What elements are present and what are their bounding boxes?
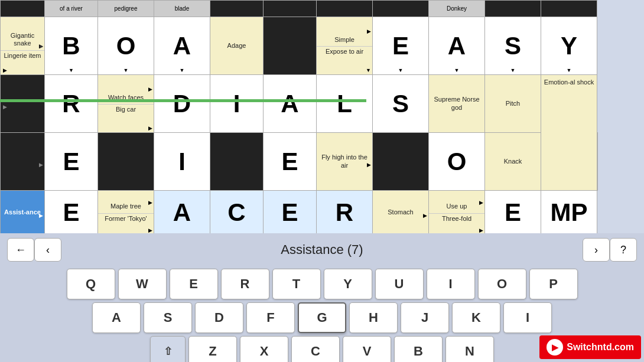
cell-r1c3[interactable]: A ▼ (154, 17, 210, 75)
key-shift[interactable]: ⇧ (150, 336, 186, 362)
clue-stomach: Stomach ▶ (373, 191, 429, 234)
letter-I-r2c4: I (210, 92, 263, 116)
key-O[interactable]: O (478, 269, 526, 299)
letter-E-r4: E (45, 200, 97, 225)
clue-assistance-text: Assist-ance (1, 207, 44, 217)
clue-watch-big-car: Watch faces Big car ▶ ▶ (98, 75, 154, 133)
crossword-area: of a river pedigree blade Donkey Giganti… (0, 0, 644, 233)
letter-C-r4: C (210, 200, 263, 225)
letter-A-r2c5: A (264, 92, 316, 116)
key-P[interactable]: P (529, 269, 578, 299)
cell-r2c4[interactable]: I (210, 75, 264, 133)
cell-r0c10 (541, 1, 597, 17)
clue-maple-former: Maple tree Former 'Tokyo' ▶ ▶ (98, 191, 154, 234)
key-E[interactable]: E (170, 269, 218, 299)
clue-fly-high-text: Fly high into the air (317, 152, 372, 170)
cell-r0c6 (317, 1, 373, 17)
clue-emotional-shock: Emotion-al shock (541, 75, 597, 191)
cell-r0c5 (264, 1, 317, 17)
cell-r3c1[interactable]: E (45, 133, 98, 191)
cell-r3c5[interactable]: E (264, 133, 317, 191)
clue-assistance[interactable]: Assist-ance ▶ (1, 191, 45, 234)
clue-norse-text: Supreme Norse god (429, 94, 484, 112)
letter-O-r3: O (429, 149, 484, 174)
prev-button[interactable]: ‹ (34, 238, 61, 262)
key-Y[interactable]: Y (324, 269, 372, 299)
key-Q[interactable]: Q (67, 269, 115, 299)
letter-S-r1: S (485, 34, 541, 58)
cell-r1c2[interactable]: O ▼ (98, 17, 154, 75)
cell-r2c7[interactable]: S (373, 75, 429, 133)
cell-r1c1[interactable]: B ▼ (45, 17, 98, 75)
cell-r1c10[interactable]: Y ▼ (541, 17, 597, 75)
clue-emotional-shock-text: Emotion-al shock (541, 77, 597, 87)
clue-gigantic-snake-text: Gigantic snake (1, 31, 44, 48)
cell-r0c0 (1, 1, 45, 17)
key-T[interactable]: T (272, 269, 321, 299)
key-X[interactable]: X (240, 336, 288, 362)
cell-r4c4[interactable]: C (210, 191, 264, 234)
key-B[interactable]: B (394, 336, 443, 362)
key-U[interactable]: U (375, 269, 424, 299)
back-button[interactable]: ← (7, 238, 34, 262)
cell-r3c8[interactable]: O (429, 133, 485, 191)
letter-A-r1c8: A (429, 34, 484, 58)
cell-r3c2 (98, 133, 154, 191)
letter-D-r2: D (154, 92, 210, 116)
clue-use-up-three-fold: Use up Three-fold ▶ ▶ (429, 191, 485, 234)
letter-A-r1: A (154, 34, 210, 58)
key-I[interactable]: I (427, 269, 475, 299)
key-V[interactable]: V (343, 336, 391, 362)
keyboard-row-1: Q W E R T Y U I O P (5, 269, 639, 299)
cell-r4c1[interactable]: E (45, 191, 98, 234)
key-G[interactable]: G (298, 302, 346, 333)
clue-norse-pitch: Supreme Norse god (429, 75, 485, 133)
cell-r4c9[interactable]: E (485, 191, 541, 234)
clue-fly-high: Fly high into the air ▶ (317, 133, 373, 191)
cell-r1c9[interactable]: S ▼ (485, 17, 541, 75)
help-button[interactable]: ? (610, 238, 637, 262)
clue-big-car-text: Big car (98, 104, 154, 115)
logo-text: Switchntd.com (567, 342, 634, 353)
cell-r4c3[interactable]: A (154, 191, 210, 234)
cell-r4c6[interactable]: R (317, 191, 373, 234)
cell-r2c6[interactable]: L (317, 75, 373, 133)
clue-three-fold-text: Three-fold (429, 213, 484, 224)
letter-B: B (45, 34, 97, 58)
key-I2[interactable]: I (503, 302, 552, 333)
key-Z[interactable]: Z (188, 336, 237, 362)
cell-r4c10[interactable]: MP (541, 191, 597, 234)
cell-r2c5[interactable]: A (264, 75, 317, 133)
key-S[interactable]: S (144, 302, 192, 333)
cell-r0c4 (210, 1, 264, 17)
key-R[interactable]: R (221, 269, 269, 299)
clue-adage: Adage (210, 17, 264, 75)
cell-r0c7 (373, 1, 429, 17)
cell-r1c8[interactable]: A ▼ (429, 17, 485, 75)
cell-r2c3[interactable]: D (154, 75, 210, 133)
letter-E-r4c5: E (264, 200, 316, 225)
cell-r1c7[interactable]: E ▼ (373, 17, 429, 75)
key-W[interactable]: W (118, 269, 167, 299)
next-button[interactable]: › (583, 238, 610, 262)
cell-r3c3[interactable]: I (154, 133, 210, 191)
cell-r2c1[interactable]: R (45, 75, 98, 133)
cell-r3c4 (210, 133, 264, 191)
letter-E-r3c5: E (264, 149, 316, 174)
progress-bar (0, 99, 366, 102)
key-C[interactable]: C (291, 336, 340, 362)
key-F[interactable]: F (246, 302, 295, 333)
key-K[interactable]: K (452, 302, 500, 333)
letter-L-r2: L (317, 92, 372, 116)
key-A[interactable]: A (92, 302, 141, 333)
cell-r4c5[interactable]: E (264, 191, 317, 234)
key-H[interactable]: H (349, 302, 398, 333)
cell-r1c5 (264, 17, 317, 75)
cell-r0c8: Donkey (429, 1, 485, 17)
key-D[interactable]: D (195, 302, 243, 333)
key-N[interactable]: N (445, 336, 494, 362)
letter-MP-r4: MP (541, 200, 597, 225)
clue-pitch: Pitch (485, 75, 541, 133)
letter-A-r4: A (154, 200, 210, 225)
key-J[interactable]: J (401, 302, 449, 333)
